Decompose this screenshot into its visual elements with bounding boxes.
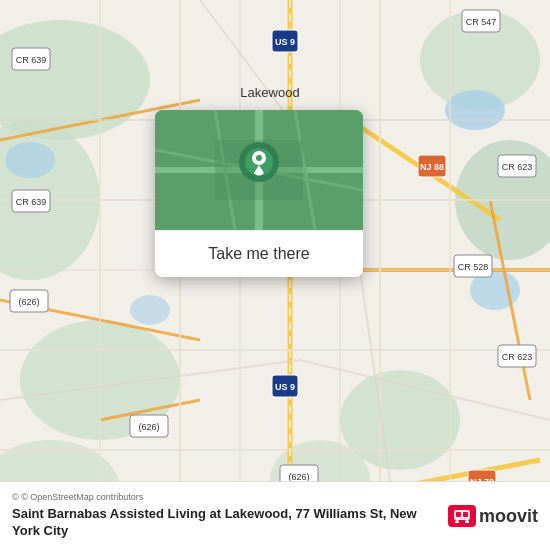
svg-point-49 xyxy=(455,520,459,523)
moovit-bus-icon xyxy=(448,505,476,527)
map-container: CR 639 CR 639 US 9 US 9 NJ 88 NJ 70 CR 5… xyxy=(0,0,550,550)
svg-text:NJ 88: NJ 88 xyxy=(420,162,444,172)
location-title: Saint Barnabas Assisted Living at Lakewo… xyxy=(12,506,436,540)
svg-text:(626): (626) xyxy=(138,422,159,432)
svg-text:(626): (626) xyxy=(18,297,39,307)
bottom-info: © © OpenStreetMap contributors Saint Bar… xyxy=(12,492,436,540)
svg-text:CR 547: CR 547 xyxy=(466,17,497,27)
svg-text:CR 528: CR 528 xyxy=(458,262,489,272)
svg-point-12 xyxy=(130,295,170,325)
svg-rect-47 xyxy=(456,512,461,517)
moovit-logo: moovit xyxy=(448,505,538,527)
osm-text: © OpenStreetMap contributors xyxy=(21,492,143,502)
osm-icon: © xyxy=(12,492,19,502)
svg-text:US 9: US 9 xyxy=(275,382,295,392)
svg-point-9 xyxy=(445,90,505,130)
moovit-text: moovit xyxy=(479,506,538,527)
svg-text:CR 623: CR 623 xyxy=(502,352,533,362)
svg-text:US 9: US 9 xyxy=(275,37,295,47)
take-me-there-button[interactable]: Take me there xyxy=(155,230,363,277)
bottom-bar: © © OpenStreetMap contributors Saint Bar… xyxy=(0,481,550,550)
svg-point-50 xyxy=(465,520,469,523)
svg-point-45 xyxy=(256,155,262,161)
svg-text:CR 639: CR 639 xyxy=(16,55,47,65)
svg-rect-48 xyxy=(463,512,468,517)
card-map-preview xyxy=(155,110,363,230)
osm-attribution: © © OpenStreetMap contributors xyxy=(12,492,436,502)
svg-point-11 xyxy=(5,142,55,178)
overlay-card: Take me there xyxy=(155,110,363,277)
svg-text:Lakewood: Lakewood xyxy=(240,85,299,100)
svg-text:CR 623: CR 623 xyxy=(502,162,533,172)
svg-text:CR 639: CR 639 xyxy=(16,197,47,207)
